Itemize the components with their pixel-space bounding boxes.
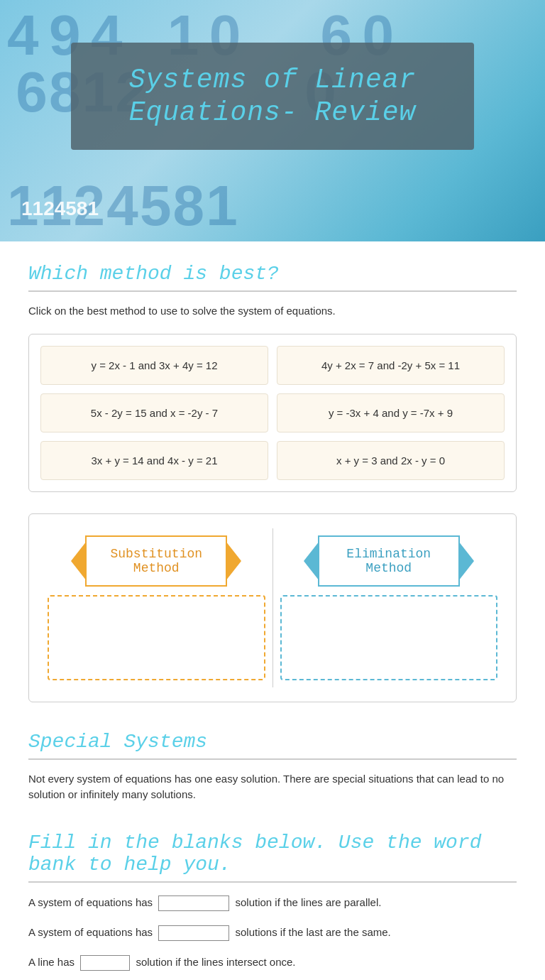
fill-blank-2[interactable] <box>158 925 229 941</box>
elimination-btn-wrapper: Elimination Method <box>280 535 498 587</box>
substitution-btn-wrapper: Substitution Method <box>48 535 265 587</box>
special-systems-divider <box>28 758 517 760</box>
fill-blanks-divider <box>28 881 517 883</box>
fill-line-3-before: A line has <box>28 956 75 968</box>
fill-blank-1[interactable] <box>158 895 229 911</box>
special-systems-heading: Special Systems <box>28 731 517 753</box>
eq-cell-1-2[interactable]: 4y + 2x = 7 and -2y + 5x = 11 <box>277 346 505 385</box>
substitution-arrow-right <box>226 541 241 581</box>
fill-line-3: A line has solution if the lines interse… <box>28 954 517 971</box>
eq-cell-1-1[interactable]: y = 2x - 1 and 3x + 4y = 12 <box>40 346 268 385</box>
fill-line-1-before: A system of equations has <box>28 896 153 908</box>
which-method-divider <box>28 290 517 292</box>
fill-line-2-after: solutions if the last are the same. <box>235 926 390 938</box>
eq-row-2: 5x - 2y = 15 and x = -2y - 7 y = -3x + 4… <box>40 393 505 432</box>
substitution-ribbon: Substitution Method <box>71 535 241 587</box>
title-box: Systems of Linear Equations- Review <box>71 43 474 150</box>
fill-line-2-before: A system of equations has <box>28 926 153 938</box>
eq-cell-2-1[interactable]: 5x - 2y = 15 and x = -2y - 7 <box>40 393 268 432</box>
eq-row-3: 3x + y = 14 and 4x - y = 21 x + y = 3 an… <box>40 441 505 480</box>
fill-blank-3[interactable] <box>80 955 130 971</box>
eq-cell-3-2[interactable]: x + y = 3 and 2x - y = 0 <box>277 441 505 480</box>
elimination-ribbon: Elimination Method <box>304 535 474 587</box>
which-method-section: Which method is best? Click on the best … <box>28 263 517 492</box>
page-title: Systems of Linear Equations- Review <box>99 64 446 129</box>
which-method-description: Click on the best method to use to solve… <box>28 303 517 320</box>
elimination-panel: Elimination Method <box>273 528 505 687</box>
substitution-arrow-left <box>71 541 87 581</box>
special-systems-section: Special Systems Not every system of equa… <box>28 731 517 803</box>
fill-line-1-after: solution if the lines are parallel. <box>235 896 381 908</box>
eq-cell-3-1[interactable]: 3x + y = 14 and 4x - y = 21 <box>40 441 268 480</box>
eq-row-1: y = 2x - 1 and 3x + 4y = 12 4y + 2x = 7 … <box>40 346 505 385</box>
fill-blanks-heading: Fill in the blanks below. Use the word b… <box>28 832 517 876</box>
substitution-button[interactable]: Substitution Method <box>85 535 227 587</box>
substitution-drop-zone[interactable] <box>48 595 265 680</box>
elimination-drop-zone[interactable] <box>280 595 498 680</box>
elimination-button[interactable]: Elimination Method <box>318 535 460 587</box>
main-content: Which method is best? Click on the best … <box>0 241 545 980</box>
special-systems-description: Not every system of equations has one ea… <box>28 771 517 803</box>
fill-blanks-section: Fill in the blanks below. Use the word b… <box>28 832 517 971</box>
elimination-arrow-left <box>304 541 319 581</box>
equations-grid: y = 2x - 1 and 3x + 4y = 12 4y + 2x = 7 … <box>28 334 517 492</box>
fill-line-2: A system of equations has solutions if t… <box>28 924 517 941</box>
header-section: 4 9 4 1 0 6 0 6 8 1 2 0 1 1 2 4 5 8 1 Sy… <box>0 0 545 241</box>
substitution-panel: Substitution Method <box>40 528 273 687</box>
which-method-heading: Which method is best? <box>28 263 517 285</box>
methods-container: Substitution Method Elimination Method <box>28 513 517 702</box>
fill-line-1: A system of equations has solution if th… <box>28 894 517 911</box>
header-bottom-numbers: 1124581 <box>21 197 99 220</box>
eq-cell-2-2[interactable]: y = -3x + 4 and y = -7x + 9 <box>277 393 505 432</box>
elimination-arrow-right <box>458 541 474 581</box>
fill-line-3-after: solution if the lines intersect once. <box>136 956 295 968</box>
